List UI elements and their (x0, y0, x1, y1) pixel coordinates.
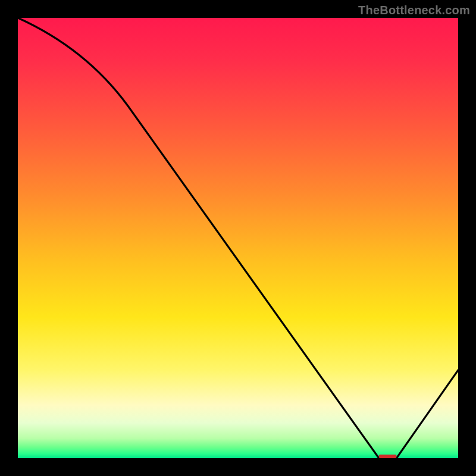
chart-stage: TheBottleneck.com (0, 0, 476, 476)
plateau-marker (379, 455, 397, 458)
bottleneck-chart (0, 0, 476, 476)
plot-background (18, 18, 458, 458)
watermark-text: TheBottleneck.com (358, 4, 470, 17)
